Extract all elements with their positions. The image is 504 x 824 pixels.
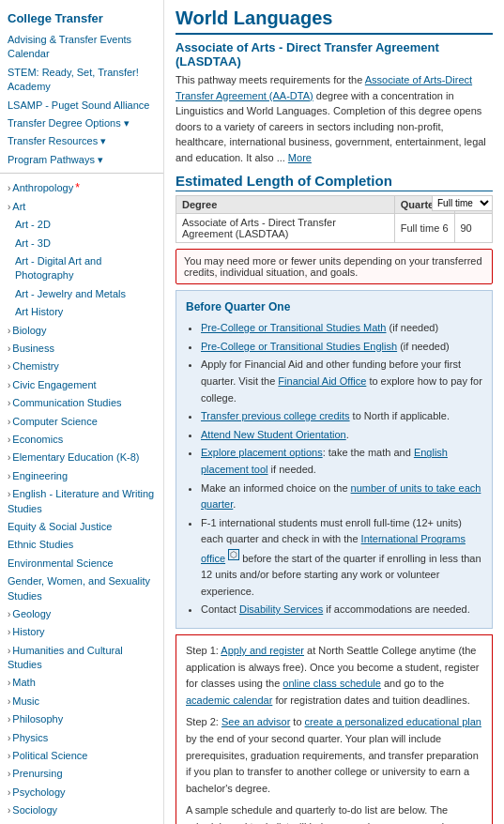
sidebar-item-art-3d[interactable]: Art - 3D xyxy=(0,235,163,252)
more-link[interactable]: More xyxy=(288,152,312,163)
intro-link-1[interactable]: Associate of Arts-Direct Transfer Agreem… xyxy=(176,74,472,101)
warning-box: You may need more or fewer units dependi… xyxy=(176,249,493,284)
sidebar-item-env-sci[interactable]: Environmental Science xyxy=(0,555,163,572)
sidebar-dropdown-program-pathways[interactable]: Program Pathways ▾ xyxy=(0,151,163,169)
fulltime-select[interactable]: Full time Part time xyxy=(432,195,493,211)
sidebar-item-chemistry[interactable]: ›Chemistry xyxy=(0,358,163,375)
sidebar-title: College Transfer xyxy=(0,8,163,31)
sidebar-item-civic[interactable]: ›Civic Engagement xyxy=(0,376,163,394)
table-row: Associate of Arts - Direct Transfer Agre… xyxy=(176,214,493,243)
sidebar-dropdown-transfer-degree[interactable]: Transfer Degree Options ▾ xyxy=(0,114,163,132)
sidebar-item-psychology[interactable]: ›Psychology xyxy=(0,784,163,801)
sidebar-item-comm[interactable]: ›Communication Studies xyxy=(0,394,163,412)
sidebar-item-biology[interactable]: ›Biology xyxy=(0,322,163,340)
sidebar-item-english[interactable]: ›English - Literature and Writing Studie… xyxy=(0,485,163,518)
sidebar-item-prenursing[interactable]: ›Prenursing xyxy=(0,765,163,783)
sidebar-item-physics[interactable]: ›Physics xyxy=(0,729,163,747)
before-quarter-list: Pre-College or Transitional Studies Math… xyxy=(186,320,482,618)
sidebar-item-econ[interactable]: ›Economics xyxy=(0,431,163,449)
before-quarter-box: Before Quarter One Pre-College or Transi… xyxy=(176,290,493,629)
sidebar-link-lsamp[interactable]: LSAMP - Puget Sound Alliance xyxy=(0,97,163,114)
sidebar-item-history[interactable]: ›History xyxy=(0,623,163,641)
sidebar-item-art-2d[interactable]: Art - 2D xyxy=(0,216,163,234)
sidebar-item-art-history[interactable]: Art History xyxy=(0,303,163,321)
estimated-section-title: Estimated Length of Completion xyxy=(176,173,493,191)
sidebar-item-equity[interactable]: Equity & Social Justice xyxy=(0,518,163,536)
sidebar-dropdown-transfer-resources[interactable]: Transfer Resources ▾ xyxy=(0,132,163,150)
sidebar-item-elem-ed[interactable]: ›Elementary Education (K-8) xyxy=(0,449,163,466)
sidebar-item-math[interactable]: ›Math xyxy=(0,674,163,692)
sidebar-item-cs[interactable]: ›Computer Science xyxy=(0,413,163,431)
sidebar-item-art-digital[interactable]: Art - Digital Art and Photography xyxy=(0,252,163,285)
sidebar-item-humanities[interactable]: ›Humanities and Cultural Studies xyxy=(0,642,163,675)
sidebar-item-art[interactable]: ›Art xyxy=(0,198,163,216)
sidebar-item-philosophy[interactable]: ›Philosophy xyxy=(0,710,163,728)
before-quarter-title: Before Quarter One xyxy=(186,298,482,316)
sidebar-item-art-jewelry[interactable]: Art - Jewelry and Metals xyxy=(0,285,163,303)
sidebar-item-gender[interactable]: Gender, Women, and Sexuality Studies xyxy=(0,572,163,605)
sidebar-item-geology[interactable]: ›Geology xyxy=(0,605,163,623)
sidebar-item-sociology[interactable]: ›Sociology xyxy=(0,801,163,819)
sidebar-item-engineering[interactable]: ›Engineering xyxy=(0,467,163,485)
sidebar-item-music[interactable]: ›Music xyxy=(0,693,163,710)
row-units: 90 xyxy=(454,214,493,243)
sidebar-link-advising[interactable]: Advising & Transfer Events Calendar xyxy=(0,31,163,64)
row-degree: Associate of Arts - Direct Transfer Agre… xyxy=(176,214,395,243)
col-degree: Degree xyxy=(176,196,395,214)
sidebar-item-business[interactable]: ›Business xyxy=(0,340,163,358)
page-title: World Languages xyxy=(176,8,493,35)
sidebar-item-world-languages[interactable]: World Languages xyxy=(0,820,163,824)
steps-box: Step 1: Apply and register at North Seat… xyxy=(176,634,493,824)
sidebar-item-polisci[interactable]: ›Political Science xyxy=(0,747,163,765)
intro-text: This pathway meets requirements for the … xyxy=(176,72,493,165)
row-time: Full time 6 xyxy=(394,214,454,243)
sidebar-link-stem[interactable]: STEM: Ready, Set, Transfer! Academy xyxy=(0,64,163,97)
sidebar-item-anthropology[interactable]: ›Anthropology* xyxy=(0,178,163,198)
sidebar-item-ethnic[interactable]: Ethnic Studies xyxy=(0,536,163,554)
subtitle: Associate of Arts - Direct Transfer Agre… xyxy=(176,40,493,69)
